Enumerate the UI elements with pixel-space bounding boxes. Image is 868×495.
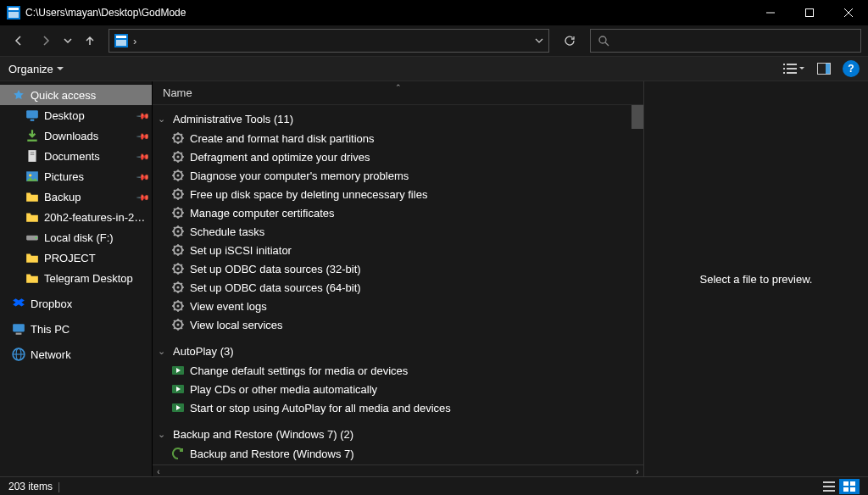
search-box[interactable] (590, 29, 861, 53)
breadcrumb-sep-icon[interactable]: › (133, 35, 136, 47)
svg-rect-3 (806, 9, 814, 17)
sidebar-quick-access[interactable]: Quick access (0, 85, 152, 105)
list-item[interactable]: Free up disk space by deleting unnecessa… (153, 185, 632, 203)
downloads-icon (25, 129, 39, 142)
list-item[interactable]: Diagnose your computer's memory problems (153, 166, 632, 185)
item-label: View local services (190, 319, 283, 331)
svg-point-39 (177, 212, 180, 214)
svg-rect-11 (787, 68, 797, 70)
folder-icon (25, 271, 39, 285)
chevron-down-icon: ⌄ (158, 114, 168, 125)
svg-rect-19 (28, 150, 36, 162)
svg-rect-57 (823, 490, 835, 492)
item-icon (171, 225, 185, 238)
preview-pane-button[interactable] (812, 58, 836, 79)
sidebar-root-network[interactable]: Network (0, 344, 152, 364)
svg-point-33 (177, 156, 180, 159)
item-label: Set up ODBC data sources (64-bit) (190, 281, 361, 294)
group-header[interactable]: ⌄AutoPlay (3) (153, 341, 632, 361)
address-bar[interactable]: › (108, 29, 549, 53)
list-item[interactable]: Play CDs or other media automatically (153, 380, 632, 398)
list-item[interactable]: View event logs (153, 297, 632, 315)
pin-icon: 📌 (136, 190, 150, 203)
scrollbar-thumb[interactable] (632, 105, 643, 129)
sidebar: Quick access Desktop📌Downloads📌Documents… (0, 81, 153, 476)
list-item[interactable]: View local services (153, 315, 632, 334)
svg-point-37 (177, 193, 180, 196)
sidebar-item-local-disk-f-[interactable]: Local disk (F:) (0, 227, 152, 248)
svg-point-45 (177, 268, 180, 270)
group-header[interactable]: ⌄Backup and Restore (Windows 7) (2) (153, 424, 632, 444)
svg-rect-18 (27, 140, 36, 142)
recent-locations-button[interactable] (61, 29, 75, 53)
sidebar-item-pictures[interactable]: Pictures📌 (0, 166, 152, 186)
chevron-down-icon: ⌄ (158, 429, 168, 440)
item-icon (171, 447, 185, 460)
maximize-button[interactable] (790, 0, 829, 25)
sidebar-item-backup[interactable]: Backup📌 (0, 186, 152, 207)
list-item[interactable]: Schedule tasks (153, 222, 632, 241)
sidebar-root-this-pc[interactable]: This PC (0, 319, 152, 339)
close-button[interactable] (829, 0, 868, 25)
details-view-button[interactable] (819, 479, 839, 494)
desktop-icon (25, 108, 39, 122)
preview-pane: Select a file to preview. (643, 81, 868, 476)
documents-icon (25, 149, 39, 163)
sidebar-item-project[interactable]: PROJECT (0, 248, 152, 268)
scroll-left-icon[interactable]: ‹ (153, 465, 164, 477)
refresh-button[interactable] (558, 29, 581, 53)
group-title: AutoPlay (3) (173, 345, 234, 358)
svg-rect-17 (31, 120, 35, 121)
organize-menu[interactable]: Organize (8, 63, 64, 75)
list-item[interactable]: Set up ODBC data sources (64-bit) (153, 278, 632, 297)
item-label: Play CDs or other media automatically (190, 383, 377, 396)
svg-rect-9 (787, 64, 797, 65)
list-item[interactable]: Change default settings for media or dev… (153, 361, 632, 380)
thumbnails-view-button[interactable] (839, 479, 860, 494)
sidebar-item-documents[interactable]: Documents📌 (0, 146, 152, 166)
sidebar-item-downloads[interactable]: Downloads📌 (0, 125, 152, 146)
pin-icon: 📌 (136, 129, 150, 142)
list-item[interactable]: Create and format hard disk partitions (153, 129, 632, 147)
view-options-button[interactable] (776, 58, 810, 79)
app-icon (7, 6, 20, 19)
sidebar-item-desktop[interactable]: Desktop📌 (0, 105, 152, 125)
minimize-button[interactable] (751, 0, 790, 25)
sidebar-item-label: Documents (44, 150, 100, 163)
item-label: Set up ODBC data sources (32-bit) (190, 263, 361, 275)
sidebar-root-dropbox[interactable]: Dropbox (0, 293, 152, 314)
sidebar-item-20h2-features-in-2004[interactable]: 20h2-features-in-2004 (0, 207, 152, 227)
item-icon (171, 364, 185, 377)
list-item[interactable]: Set up ODBC data sources (32-bit) (153, 259, 632, 278)
back-button[interactable] (7, 29, 31, 53)
svg-rect-8 (783, 64, 785, 65)
folder-icon (25, 251, 39, 264)
list-item[interactable]: Manage computer certificates (153, 203, 632, 222)
scroll-right-icon[interactable]: › (632, 465, 643, 477)
item-icon (171, 131, 185, 145)
forward-button[interactable] (34, 29, 58, 53)
list-item[interactable]: Start or stop using AutoPlay for all med… (153, 398, 632, 417)
sidebar-item-telegram-desktop[interactable]: Telegram Desktop (0, 268, 152, 288)
sidebar-item-label: Local disk (F:) (44, 231, 114, 244)
sidebar-item-label: Downloads (44, 130, 98, 142)
vertical-scrollbar[interactable] (632, 105, 643, 464)
list-item[interactable]: Backup and Restore (Windows 7) (153, 444, 632, 463)
preview-empty-text: Select a file to preview. (700, 273, 813, 286)
group-title: Backup and Restore (Windows 7) (2) (173, 428, 353, 441)
column-header-name[interactable]: Name ⌃ (153, 81, 643, 105)
help-button[interactable]: ? (843, 60, 860, 77)
item-label: Manage computer certificates (190, 207, 335, 220)
item-icon (171, 281, 185, 294)
up-button[interactable] (78, 29, 102, 53)
list-item[interactable]: Set up iSCSI initiator (153, 241, 632, 259)
address-dropdown-icon[interactable] (535, 36, 543, 45)
svg-point-51 (177, 324, 180, 326)
chevron-down-icon: ⌄ (158, 346, 168, 357)
horizontal-scrollbar[interactable]: ‹ › (153, 464, 643, 476)
group-header[interactable]: ⌄Administrative Tools (11) (153, 108, 632, 129)
svg-rect-20 (31, 152, 35, 153)
item-icon (171, 262, 185, 275)
sidebar-item-label: Backup (44, 191, 81, 203)
list-item[interactable]: Defragment and optimize your drives (153, 147, 632, 166)
